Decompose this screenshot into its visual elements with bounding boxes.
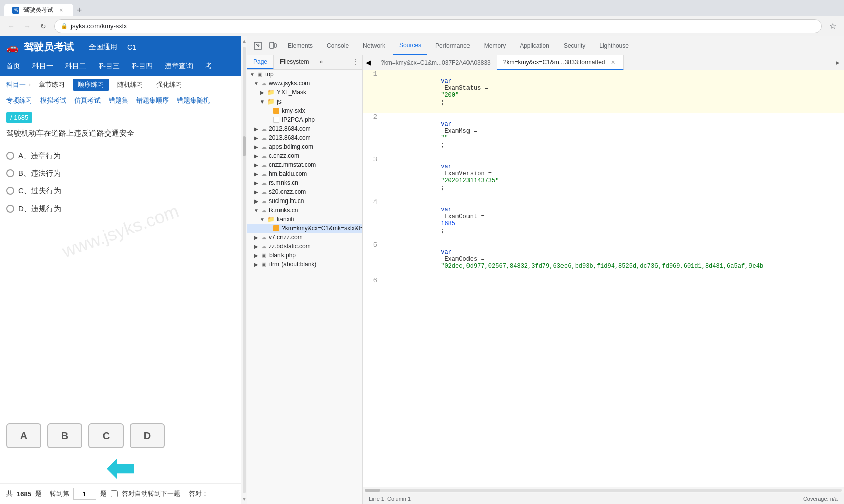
option-d-radio[interactable] xyxy=(6,205,14,213)
file-tree-tab-page[interactable]: Page xyxy=(247,55,274,69)
scroll-down-arrow[interactable]: ▼ xyxy=(241,495,248,503)
code-tab-2-close[interactable]: × xyxy=(609,58,617,66)
tree-item-2012[interactable]: ▶ ☁ 2012.8684.com xyxy=(247,124,362,133)
nav-subject4[interactable]: 科目四 xyxy=(126,58,159,75)
address-bar[interactable]: 🔒 jsyks.com/kmy-sxlx xyxy=(54,19,822,33)
inspect-element-button[interactable] xyxy=(251,39,264,52)
new-tab-button[interactable]: + xyxy=(73,4,85,16)
tree-item-selected-file[interactable]: ▶ ?km=kmy&cx=C1&mk=sxlx&t= xyxy=(247,224,362,233)
tree-item-rs-mnks[interactable]: ▶ ☁ rs.mnks.cn xyxy=(247,178,362,187)
tree-item-kmy-sxlx[interactable]: ▶ kmy-sxlx xyxy=(247,106,362,115)
scroll-thumb[interactable] xyxy=(243,136,246,156)
devtools-tab-sources[interactable]: Sources xyxy=(393,36,427,55)
cloud-icon-rsmnks: ☁ xyxy=(261,180,267,186)
sub-nav-real[interactable]: 仿真考试 xyxy=(74,96,101,105)
sub-nav-special[interactable]: 专项练习 xyxy=(6,96,32,105)
option-b[interactable]: B、违法行为 xyxy=(6,165,235,182)
code-tab-1[interactable]: ?km=kmy&cx=C1&m...037F2A40A03833 xyxy=(374,55,497,70)
file-tree-menu-btn[interactable]: ⋮ xyxy=(348,55,362,69)
tree-item-apps-bdimg[interactable]: ▶ ☁ apps.bdimg.com xyxy=(247,142,362,151)
line-num-5: 5 xyxy=(363,241,383,277)
statusbar-coverage: Coverage: n/a xyxy=(803,496,838,502)
answer-btn-d[interactable]: D xyxy=(130,423,165,448)
svg-rect-2 xyxy=(274,44,276,47)
left-scrollbar: ▲ ▼ xyxy=(241,36,247,504)
tree-item-s20-cnzz[interactable]: ▶ ☁ s20.cnzz.com xyxy=(247,187,362,196)
scrollbar-thumb[interactable] xyxy=(365,489,380,492)
answer-btn-b[interactable]: B xyxy=(47,423,82,448)
option-c-radio[interactable] xyxy=(6,187,14,195)
breadcrumb-random[interactable]: 随机练习 xyxy=(112,79,148,91)
back-button[interactable]: ← xyxy=(4,19,18,33)
tree-item-js[interactable]: ▼ 📁 js xyxy=(247,97,362,106)
nav-home[interactable]: 首页 xyxy=(0,58,26,75)
scroll-up-arrow[interactable]: ▲ xyxy=(241,37,248,45)
sub-nav-error-rand[interactable]: 错题集随机 xyxy=(177,96,210,105)
code-tab-2[interactable]: ?km=kmy&cx=C1&m...3833:formatted × xyxy=(497,55,624,70)
scrollbar-track[interactable] xyxy=(365,489,842,492)
tab-nav-left[interactable]: ◀ xyxy=(363,55,374,70)
devtools-tab-security[interactable]: Security xyxy=(557,36,591,55)
tab-overflow-btn[interactable]: ► xyxy=(832,59,844,66)
goto-input[interactable] xyxy=(73,488,96,500)
code-area[interactable]: 1 var ExamStatus = "200" ; 2 xyxy=(363,70,844,487)
tree-item-jsyks[interactable]: ▼ ☁ www.jsyks.com xyxy=(247,79,362,88)
option-d[interactable]: D、违规行为 xyxy=(6,200,235,218)
tree-item-yxl[interactable]: ▶ 📁 YXL_Mask xyxy=(247,88,362,97)
tree-item-tk-mnks[interactable]: ▼ ☁ tk.mnks.cn xyxy=(247,206,362,215)
prev-question-button[interactable] xyxy=(107,458,134,479)
tree-item-sucimg[interactable]: ▶ ☁ sucimg.itc.cn xyxy=(247,196,362,206)
scroll-track[interactable] xyxy=(243,47,246,493)
devtools-tab-lighthouse[interactable]: Lighthouse xyxy=(593,36,635,55)
nav-traffic[interactable]: 违章查询 xyxy=(159,58,199,75)
tree-item-v7[interactable]: ▶ ☁ v7.cnzz.com xyxy=(247,233,362,242)
browser-tab[interactable]: 驾 驾驶员考试 × xyxy=(4,4,73,16)
tab-close-btn[interactable]: × xyxy=(57,6,65,14)
option-a-radio[interactable] xyxy=(6,152,14,160)
tree-item-hm-baidu[interactable]: ▶ ☁ hm.baidu.com xyxy=(247,169,362,178)
option-c[interactable]: C、过失行为 xyxy=(6,182,235,200)
devtools-tab-memory[interactable]: Memory xyxy=(478,36,512,55)
forward-button[interactable]: → xyxy=(20,19,34,33)
nav-subject1[interactable]: 科目一 xyxy=(26,58,59,75)
file-tree-more-btn[interactable]: » xyxy=(315,55,327,69)
tree-item-ip2pca[interactable]: ▶ IP2PCA.php xyxy=(247,115,362,124)
option-b-radio[interactable] xyxy=(6,169,14,177)
arrow-left-icon xyxy=(107,458,134,479)
cloud-icon-2013: ☁ xyxy=(261,135,267,141)
breadcrumb-subject[interactable]: 科目一 xyxy=(6,80,26,89)
device-toolbar-button[interactable] xyxy=(266,39,279,52)
sub-nav-mock[interactable]: 模拟考试 xyxy=(40,96,66,105)
code-tab-1-label: ?km=kmy&cx=C1&m...037F2A40A03833 xyxy=(381,59,491,66)
devtools-tab-application[interactable]: Application xyxy=(514,36,555,55)
tree-item-cnzz-mm[interactable]: ▶ ☁ cnzz.mmstat.com xyxy=(247,160,362,169)
devtools-tab-elements[interactable]: Elements xyxy=(282,36,319,55)
code-horizontal-scrollbar[interactable] xyxy=(363,487,844,493)
nav-subject3[interactable]: 科目三 xyxy=(92,58,126,75)
devtools-tab-network[interactable]: Network xyxy=(357,36,391,55)
tree-item-zz-bdstatic[interactable]: ▶ ☁ zz.bdstatic.com xyxy=(247,242,362,251)
answer-btn-a[interactable]: A xyxy=(6,423,41,448)
tree-item-top[interactable]: ▼ ▣ top xyxy=(247,70,362,79)
nav-exam[interactable]: 考 xyxy=(199,58,218,75)
answer-btn-c[interactable]: C xyxy=(88,423,124,448)
sub-nav-errors[interactable]: 错题集 xyxy=(109,96,128,105)
tree-item-blank-php[interactable]: ▶ ▣ blank.php xyxy=(247,251,362,260)
refresh-button[interactable]: ↻ xyxy=(36,19,50,33)
total-num: 1685 xyxy=(17,490,31,498)
breadcrumb-active[interactable]: 顺序练习 xyxy=(73,79,109,91)
tree-item-2013[interactable]: ▶ ☁ 2013.8684.com xyxy=(247,133,362,142)
devtools-tab-console[interactable]: Console xyxy=(321,36,355,55)
devtools-tab-performance[interactable]: Performance xyxy=(429,36,476,55)
nav-subject2[interactable]: 科目二 xyxy=(59,58,92,75)
auto-next-checkbox[interactable] xyxy=(111,490,118,497)
tree-item-ifrm[interactable]: ▶ ▣ ifrm (about:blank) xyxy=(247,260,362,269)
tree-item-cnzz[interactable]: ▶ ☁ c.cnzz.com xyxy=(247,151,362,160)
breadcrumb-intensive[interactable]: 强化练习 xyxy=(151,79,187,91)
option-a[interactable]: A、违章行为 xyxy=(6,147,235,165)
breadcrumb-chapter[interactable]: 章节练习 xyxy=(34,79,70,91)
tree-item-lianxiti[interactable]: ▼ 📁 lianxiti xyxy=(247,215,362,224)
sub-nav-error-seq[interactable]: 错题集顺序 xyxy=(136,96,169,105)
bookmark-button[interactable]: ☆ xyxy=(826,19,840,33)
file-tree-tab-filesystem[interactable]: Filesystem xyxy=(274,55,315,69)
